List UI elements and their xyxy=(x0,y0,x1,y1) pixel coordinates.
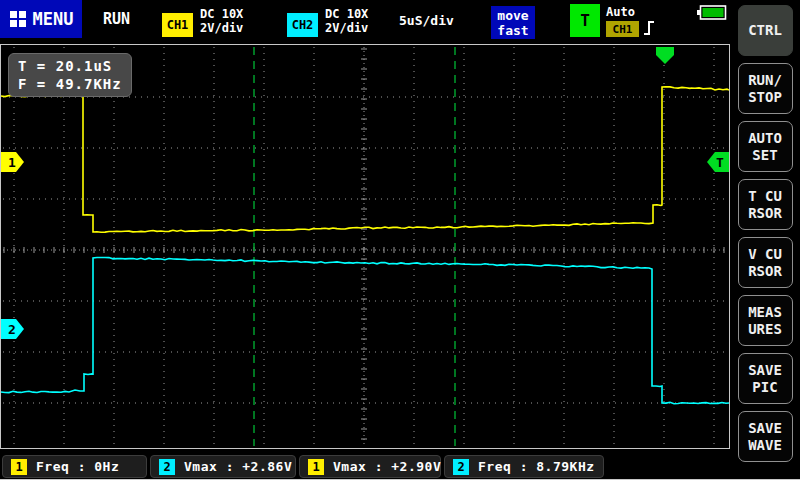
v-cursor-line2: RSOR xyxy=(748,263,782,280)
timebase-setting[interactable]: 5uS/div xyxy=(399,13,454,28)
t-cursor-button[interactable]: T CU RSOR xyxy=(738,179,793,230)
stat-ch1-vmax: 1 Vmax : +2.90V xyxy=(299,455,441,478)
save-wave-line2: WAVE xyxy=(748,437,782,454)
menu-grid-icon xyxy=(9,10,27,28)
trigger-position-marker[interactable] xyxy=(656,47,674,64)
ch2-freq-value: Freq : 8.79KHz xyxy=(478,459,595,474)
ch2-badge[interactable]: CH2 xyxy=(287,13,318,37)
v-cursor-button[interactable]: V CU RSOR xyxy=(738,237,793,288)
top-bar: MENU RUN CH1 DC 10X 2V/div CH2 DC 10X 2V… xyxy=(0,0,730,44)
save-pic-button[interactable]: SAVE PIC xyxy=(738,353,793,404)
run-stop-line2: STOP xyxy=(748,89,782,106)
ch1-scale: 2V/div xyxy=(200,21,243,35)
ctrl-label: CTRL xyxy=(748,22,782,39)
cursor-measurement-overlay: T = 20.1uS F = 49.7KHz xyxy=(8,53,132,97)
ch2-stat-badge: 2 xyxy=(159,459,175,475)
oscilloscope-screen: MENU RUN CH1 DC 10X 2V/div CH2 DC 10X 2V… xyxy=(0,0,800,480)
ch2-scale: 2V/div xyxy=(325,21,368,35)
ch2-vmax-value: Vmax : +2.86V xyxy=(184,459,292,474)
trigger-level-label: T xyxy=(716,155,724,170)
save-wave-button[interactable]: SAVE WAVE xyxy=(738,411,793,462)
menu-button[interactable]: MENU xyxy=(0,0,82,38)
ch2-position-marker-label: 2 xyxy=(8,322,16,337)
trigger-source-badge[interactable]: CH1 xyxy=(606,21,639,37)
ctrl-button[interactable]: CTRL xyxy=(738,5,793,56)
auto-set-line2: SET xyxy=(752,147,777,164)
save-pic-line1: SAVE xyxy=(748,362,782,379)
save-wave-line1: SAVE xyxy=(748,420,782,437)
save-pic-line2: PIC xyxy=(752,379,777,396)
run-status: RUN xyxy=(103,0,130,38)
measurement-bar: 1 Freq : 0Hz 2 Vmax : +2.86V 1 Vmax : +2… xyxy=(0,450,730,480)
waveform-svg: 12T xyxy=(1,45,729,448)
auto-set-line1: AUTO xyxy=(748,130,782,147)
ch1-stat-badge2: 1 xyxy=(308,459,324,475)
menu-label: MENU xyxy=(33,9,74,29)
measures-button[interactable]: MEAS URES xyxy=(738,295,793,346)
measures-line1: MEAS xyxy=(748,304,782,321)
stat-ch2-vmax: 2 Vmax : +2.86V xyxy=(150,455,296,478)
cursor-frequency: F = 49.7KHz xyxy=(18,75,122,93)
cursor-delta-time: T = 20.1uS xyxy=(18,57,122,75)
run-stop-line1: RUN/ xyxy=(748,72,782,89)
measures-line2: URES xyxy=(748,321,782,338)
ch1-stat-badge: 1 xyxy=(11,459,27,475)
t-cursor-line1: T CU xyxy=(748,188,782,205)
ch1-freq-value: Freq : 0Hz xyxy=(36,459,119,474)
auto-set-button[interactable]: AUTO SET xyxy=(738,121,793,172)
move-fast-line2: fast xyxy=(491,23,535,38)
ch2-coupling: DC 10X xyxy=(325,7,368,21)
stat-ch2-freq: 2 Freq : 8.79KHz xyxy=(444,455,604,478)
trigger-mode: Auto xyxy=(606,5,635,19)
waveform-display-area: 12T T = 20.1uS F = 49.7KHz xyxy=(0,44,730,449)
ch1-vmax-value: Vmax : +2.90V xyxy=(333,459,441,474)
t-cursor-line2: RSOR xyxy=(748,205,782,222)
move-fast-line1: move xyxy=(491,8,535,23)
ch1-coupling: DC 10X xyxy=(200,7,243,21)
ch1-position-marker-label: 1 xyxy=(8,155,16,170)
ch2-settings: DC 10X 2V/div xyxy=(325,7,368,35)
trigger-badge[interactable]: T xyxy=(570,4,600,37)
ch1-settings: DC 10X 2V/div xyxy=(200,7,243,35)
softkey-sidebar: CTRL RUN/ STOP AUTO SET T CU RSOR V CU R… xyxy=(730,0,800,480)
battery-icon xyxy=(696,5,727,20)
stat-ch1-freq: 1 Freq : 0Hz xyxy=(2,455,147,478)
rising-edge-icon xyxy=(643,19,656,37)
move-fast-button[interactable]: move fast xyxy=(491,6,535,39)
run-stop-button[interactable]: RUN/ STOP xyxy=(738,63,793,114)
ch2-stat-badge2: 2 xyxy=(453,459,469,475)
v-cursor-line1: V CU xyxy=(748,246,782,263)
ch1-badge[interactable]: CH1 xyxy=(162,13,193,37)
